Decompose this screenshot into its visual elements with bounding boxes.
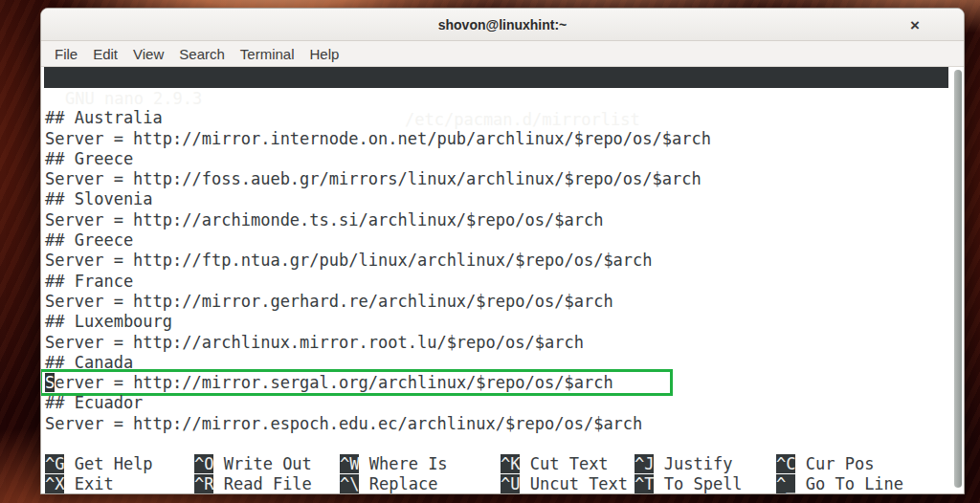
shortcut-key: ^U <box>501 474 520 493</box>
menu-bar: FileEditViewSearchTerminalHelp <box>41 41 964 67</box>
shortcut-where-is: ^W Where Is <box>340 454 448 474</box>
shortcut-label: Write Out <box>213 454 311 473</box>
shortcut-key: ^W <box>340 454 359 473</box>
menu-item-help[interactable]: Help <box>302 44 347 64</box>
shortcut-replace: ^\ Replace <box>340 474 437 493</box>
desktop-background: shovon@linuxhint:~ × FileEditViewSearchT… <box>0 0 980 503</box>
editor-line[interactable]: Server = http://mirror.gerhard.re/archli… <box>45 292 948 312</box>
shortcut-key: ^G <box>45 454 64 473</box>
shortcut-write-out: ^O Write Out <box>194 454 312 474</box>
editor-line[interactable]: Server = http://ftp.ntua.gr/pub/linux/ar… <box>45 251 948 271</box>
editor-line[interactable]: Server = http://archlinux.mirror.root.lu… <box>45 333 948 353</box>
shortcut-key: ^K <box>501 454 520 473</box>
shortcut-to-spell: ^T To Spell <box>635 474 743 493</box>
window-title: shovon@linuxhint:~ <box>438 17 568 33</box>
shortcut-label: Where Is <box>359 454 447 473</box>
editor-line[interactable]: ## Greece <box>45 149 948 169</box>
menu-item-file[interactable]: File <box>47 44 85 64</box>
shortcut-read-file: ^R Read File <box>194 474 312 493</box>
shortcut-key: ^_ <box>776 474 795 493</box>
shortcut-label: Replace <box>359 474 437 493</box>
shortcut-justify: ^J Justify <box>635 454 732 474</box>
menu-item-view[interactable]: View <box>125 44 171 64</box>
shortcut-label: Cut Text <box>520 454 608 473</box>
terminal-window: shovon@linuxhint:~ × FileEditViewSearchT… <box>40 8 965 494</box>
shortcut-label: Read File <box>213 474 311 493</box>
window-titlebar[interactable]: shovon@linuxhint:~ × <box>41 9 964 41</box>
shortcut-label: Go To Line <box>795 474 903 493</box>
shortcut-key: ^R <box>194 474 213 493</box>
scrollbar-thumb[interactable] <box>954 70 962 488</box>
editor-line[interactable]: Server = http://mirror.internode.on.net/… <box>45 129 948 149</box>
shortcut-label: Cur Pos <box>795 454 874 473</box>
shortcut-uncut-text: ^U Uncut Text <box>501 474 628 493</box>
shortcut-key: ^C <box>776 454 795 473</box>
shortcut-label: To Spell <box>654 474 742 493</box>
shortcut-key: ^J <box>635 454 654 473</box>
editor-line[interactable]: ## Ecuador <box>45 393 948 413</box>
editor-line[interactable]: Server = http://mirror.sergal.org/archli… <box>45 373 948 393</box>
shortcut-label: Exit <box>64 474 113 493</box>
shortcut-exit: ^X Exit <box>45 474 114 493</box>
editor-line[interactable]: Server = http://mirror.espoch.edu.ec/arc… <box>45 414 948 434</box>
shortcut-label: Uncut Text <box>520 474 628 493</box>
shortcut-key: ^\ <box>340 474 359 493</box>
shortcut-key: ^O <box>194 454 213 473</box>
shortcut-cur-pos: ^C Cur Pos <box>776 454 874 474</box>
editor-line[interactable]: ## Luxembourg <box>45 312 948 332</box>
nano-header: GNU nano 2.9.3 /etc/pacman.d/mirrorlist <box>44 67 948 88</box>
editor-line[interactable]: ## Canada <box>45 353 948 373</box>
shortcut-label: Get Help <box>64 454 152 473</box>
shortcut-get-help: ^G Get Help <box>45 454 153 474</box>
editor-line[interactable]: ## Australia <box>45 108 948 128</box>
shortcut-label: Justify <box>654 454 732 473</box>
editor-line[interactable]: Server = http://foss.aueb.gr/mirrors/lin… <box>45 169 948 189</box>
nano-shortcut-row: ^G Get Help^O Write Out^W Where Is^K Cut… <box>45 454 964 474</box>
editor-area[interactable]: ## AustraliaServer = http://mirror.inter… <box>45 88 948 434</box>
terminal-viewport[interactable]: GNU nano 2.9.3 /etc/pacman.d/mirrorlist … <box>41 67 964 493</box>
editor-line[interactable]: ## France <box>45 272 948 292</box>
shortcut-cut-text: ^K Cut Text <box>501 454 609 474</box>
editor-line[interactable]: ## Slovenia <box>45 189 948 209</box>
menu-item-terminal[interactable]: Terminal <box>233 44 302 64</box>
shortcut-go-to-line: ^_ Go To Line <box>776 474 903 493</box>
annotation-box <box>41 369 673 396</box>
editor-line[interactable] <box>45 88 948 108</box>
text-cursor: S <box>45 373 55 392</box>
shortcut-key: ^T <box>635 474 654 493</box>
editor-line[interactable]: ## Greece <box>45 230 948 251</box>
menu-item-search[interactable]: Search <box>171 44 233 64</box>
close-icon[interactable]: × <box>910 16 920 33</box>
editor-line[interactable]: Server = http://archimonde.ts.si/archlin… <box>45 210 948 230</box>
shortcut-key: ^X <box>45 474 64 493</box>
nano-shortcut-row: ^X Exit^R Read File^\ Replace^U Uncut Te… <box>45 474 964 493</box>
menu-item-edit[interactable]: Edit <box>85 44 125 64</box>
